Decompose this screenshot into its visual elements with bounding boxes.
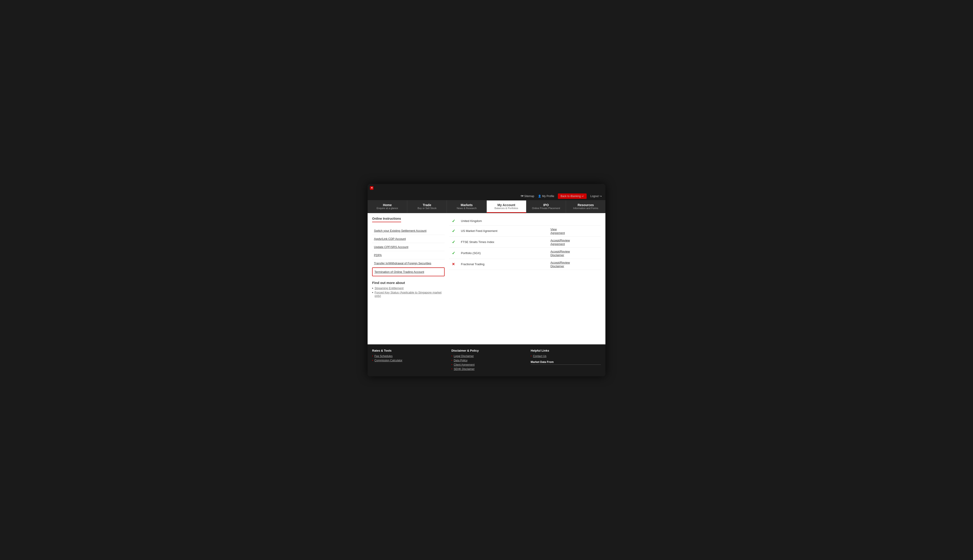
list-item: Switch your Existing Settlement Account: [372, 227, 445, 235]
status-check-icon: ✓: [452, 229, 455, 233]
table-row: ✓ United Kingdom: [449, 217, 601, 226]
streaming-entitlement-link[interactable]: Streaming Entitlement: [374, 287, 404, 290]
pdpa-link[interactable]: PDPA: [372, 251, 445, 259]
nav-item-my-account[interactable]: My Account Balances & Portfolios: [487, 200, 527, 213]
footer-helpful-title: Helpful Links: [531, 349, 601, 352]
table-row: ✓ US Market Feed Agreement ViewAgreement: [449, 225, 601, 237]
accept-review-disclaimer-fractional-link[interactable]: Accept/ReviewDisclaimer: [550, 261, 570, 268]
footer-col-helpful: Helpful Links Contact Us Market Data Fro…: [531, 349, 601, 372]
termination-link[interactable]: Termination of Online Trading Account: [373, 268, 444, 276]
view-agreement-link[interactable]: ViewAgreement: [550, 228, 565, 235]
list-item: Fee Schedules: [372, 355, 442, 358]
list-item: Transfer In/Withdrawal of Foreign Securi…: [372, 259, 445, 267]
nav-item-trade[interactable]: Trade Buy or Sell Stock: [407, 200, 447, 213]
update-cpf-link[interactable]: Update CPF/SRS Account: [372, 243, 445, 251]
utility-bar: 🗺 Sitemap 👤 My Profile Back to iBanking …: [368, 192, 605, 200]
back-to-ibanking-button[interactable]: Back to iBanking ↩: [558, 193, 587, 199]
footer-col-disclaimer: Disclaimer & Policy Legal Disclaimer Dat…: [451, 349, 522, 372]
switch-settlement-link[interactable]: Switch your Existing Settlement Account: [372, 227, 445, 235]
footer-market-data-title: Market Data From: [531, 360, 601, 365]
logout-button[interactable]: Logout ↪: [590, 195, 602, 198]
close-button[interactable]: ✕: [370, 186, 373, 190]
transfer-foreign-link[interactable]: Transfer In/Withdrawal of Foreign Securi…: [372, 259, 445, 267]
list-item: Commission Calculator: [372, 359, 442, 362]
footer-rates-title: Rates & Tools: [372, 349, 442, 352]
right-column: ✓ United Kingdom ✓: [449, 217, 601, 298]
accept-review-disclaimer-sgx-link[interactable]: Accept/ReviewDisclaimer: [550, 250, 570, 257]
nav-item-home[interactable]: Home Enquire at a glance: [368, 200, 407, 213]
find-out-title: Find out more about: [372, 281, 445, 285]
find-out-list: Streaming Entitlement Forced Key Status …: [372, 287, 445, 298]
status-cross-icon: ✕: [452, 262, 455, 266]
footer-rates-list: Fee Schedules Commission Calculator: [372, 355, 442, 362]
list-item: Data Policy: [451, 359, 522, 362]
apply-cdp-link[interactable]: Apply/Link CDP Account: [372, 235, 445, 243]
ftse-label: FTSE Straits Times Index: [458, 237, 548, 248]
footer-disclaimer-title: Disclaimer & Policy: [451, 349, 522, 352]
accept-review-agreement-link[interactable]: Accept/ReviewAgreement: [550, 239, 570, 246]
table-row: ✓ FTSE Straits Times Index Accept/Review…: [449, 237, 601, 248]
nav-item-resources[interactable]: Resources Information and Forms: [566, 200, 605, 213]
profile-icon: 👤: [538, 195, 541, 198]
instructions-list: Switch your Existing Settlement Account …: [372, 227, 445, 276]
nav-item-markets[interactable]: Markets News & Research: [447, 200, 486, 213]
sitemap-link[interactable]: 🗺 Sitemap: [521, 195, 534, 198]
market-table: ✓ United Kingdom ✓: [449, 217, 601, 270]
market-feed-label: US Market Feed Agreement: [458, 225, 548, 237]
sitemap-icon: 🗺: [521, 195, 523, 198]
forced-key-status-link[interactable]: Forced Key Status (Applicable to Singapo…: [374, 291, 445, 298]
footer-disclaimer-list: Legal Disclaimer Data Policy Client Agre…: [451, 355, 522, 371]
portfolio-sgx-label: Portfolio (SGX): [458, 248, 548, 258]
list-item: Legal Disclaimer: [451, 355, 522, 358]
table-row: ✕ Fractional Trading Accept/ReviewDiscla…: [449, 258, 601, 270]
two-col-layout: Online Instructions Switch your Existing…: [372, 217, 601, 298]
list-item: SEHK Disclaimer: [451, 367, 522, 371]
my-profile-link[interactable]: 👤 My Profile: [538, 195, 554, 198]
list-item: Update CPF/SRS Account: [372, 243, 445, 251]
nav-item-ipo[interactable]: IPO Online Private Placement: [527, 200, 566, 213]
fractional-trading-label: Fractional Trading: [458, 258, 548, 270]
logout-icon: ↪: [600, 195, 602, 198]
list-item: Client Agreement: [451, 363, 522, 366]
content-area: Online Instructions Switch your Existing…: [368, 213, 605, 344]
termination-list-item: Termination of Online Trading Account: [372, 267, 445, 276]
status-check-icon: ✓: [452, 240, 455, 244]
footer-helpful-list: Contact Us: [531, 355, 601, 358]
screen-wrapper: ✕ 🗺 Sitemap 👤 My Profile Back to iBankin…: [368, 184, 605, 376]
country-label: United Kingdom: [458, 217, 548, 226]
online-instructions-title: Online Instructions: [372, 217, 401, 222]
list-item: Contact Us: [531, 355, 601, 358]
left-column: Online Instructions Switch your Existing…: [372, 217, 445, 298]
back-icon: ↩: [582, 195, 584, 198]
find-out-section: Find out more about Streaming Entitlemen…: [372, 281, 445, 298]
list-item: Streaming Entitlement: [372, 287, 445, 290]
status-check-icon: ✓: [452, 219, 455, 223]
table-row: ✓ Portfolio (SGX) Accept/ReviewDisclaime…: [449, 248, 601, 258]
footer: Rates & Tools Fee Schedules Commission C…: [368, 344, 605, 376]
status-check-icon: ✓: [452, 251, 455, 255]
list-item: Apply/Link CDP Account: [372, 235, 445, 243]
list-item: PDPA: [372, 251, 445, 259]
top-bar: ✕: [368, 184, 605, 192]
list-item: Forced Key Status (Applicable to Singapo…: [372, 291, 445, 298]
footer-col-rates: Rates & Tools Fee Schedules Commission C…: [372, 349, 442, 372]
main-nav: Home Enquire at a glance Trade Buy or Se…: [368, 200, 605, 213]
